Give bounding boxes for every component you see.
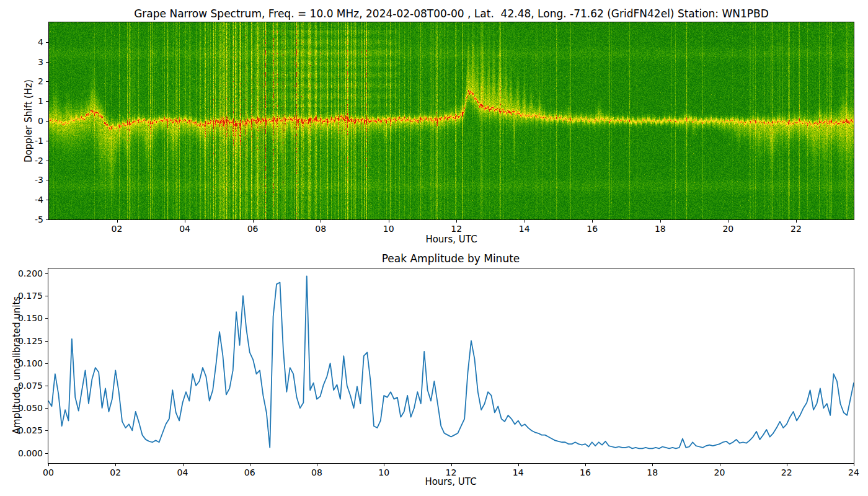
spectrogram-x-axis-label: Hours, UTC [425, 234, 477, 245]
amplitude-y-tick-mark [45, 453, 48, 454]
spectrogram-y-tick-mark [46, 62, 48, 63]
spectrogram-x-tick-mark [660, 220, 661, 223]
amplitude-y-tick-mark [45, 363, 48, 364]
amplitude-x-tick-label: 22 [781, 467, 792, 477]
spectrogram-x-tick-mark [253, 220, 254, 223]
spectrogram-x-tick-mark [389, 220, 389, 223]
amplitude-y-tick-label: 0.150 [18, 313, 43, 323]
spectrogram-x-tick-label: 12 [451, 224, 462, 234]
spectrogram-x-tick-label: 02 [112, 224, 123, 234]
amplitude-y-tick-label: 0.200 [18, 268, 43, 278]
amplitude-y-tick-mark [45, 386, 48, 386]
spectrogram-y-tick-mark [46, 121, 48, 122]
spectrogram-x-tick-label: 22 [790, 224, 802, 234]
amplitude-y-tick-mark [45, 318, 48, 319]
spectrogram-y-tick-label: 3 [38, 57, 43, 67]
amplitude-x-tick-mark [317, 464, 317, 466]
spectrogram-y-tick-mark [46, 180, 48, 180]
amplitude-x-tick-label: 20 [714, 467, 725, 477]
spectrogram-plot-area [48, 22, 854, 220]
amplitude-y-tick-mark [45, 408, 48, 409]
spectrogram-y-axis-label: Doppler Shift (Hz) [23, 79, 34, 162]
spectrogram-x-tick-label: 14 [519, 224, 530, 234]
amplitude-x-tick-label: 06 [244, 467, 255, 477]
amplitude-y-tick-label: 0.075 [18, 381, 43, 391]
spectrogram-canvas [49, 22, 854, 219]
amplitude-x-tick-label: 14 [513, 467, 524, 477]
spectrogram-x-tick-label: 04 [179, 224, 190, 234]
amplitude-x-tick-mark [451, 464, 452, 466]
spectrogram-y-tick-mark [46, 161, 48, 161]
amplitude-x-tick-mark [720, 464, 720, 466]
spectrogram-y-tick-mark [46, 101, 48, 102]
amplitude-x-tick-mark [854, 464, 854, 466]
amplitude-x-tick-mark [183, 464, 184, 466]
spectrogram-y-tick-mark [46, 141, 48, 141]
amplitude-y-tick-label: 0.125 [18, 336, 43, 346]
amplitude-x-tick-mark [48, 464, 49, 466]
amplitude-line-canvas [48, 268, 854, 463]
spectrogram-y-tick-mark [46, 200, 48, 200]
spectrogram-x-tick-mark [525, 220, 525, 223]
spectrogram-y-tick-label: -4 [35, 195, 43, 205]
amplitude-y-tick-label: 0.100 [18, 358, 43, 368]
spectrogram-x-tick-mark [728, 220, 728, 223]
amplitude-x-tick-mark [652, 464, 653, 466]
spectrogram-x-tick-mark [592, 220, 593, 223]
amplitude-y-tick-mark [45, 341, 48, 342]
spectrogram-x-tick-mark [796, 220, 797, 223]
spectrogram-x-tick-mark [456, 220, 457, 223]
amplitude-y-tick-mark [45, 296, 48, 296]
spectrogram-y-tick-label: -5 [35, 215, 43, 224]
spectrogram-x-tick-label: 06 [247, 224, 259, 234]
amplitude-x-tick-label: 10 [378, 467, 389, 477]
amplitude-x-tick-label: 16 [580, 467, 591, 477]
amplitude-x-tick-label: 12 [446, 467, 457, 477]
spectrogram-x-tick-mark [117, 220, 118, 223]
amplitude-x-axis-label: Hours, UTC [425, 476, 476, 487]
amplitude-x-tick-label: 24 [848, 467, 859, 477]
spectrogram-x-tick-mark [185, 220, 185, 223]
spectrogram-x-tick-label: 10 [383, 224, 394, 234]
amplitude-y-tick-label: 0.025 [18, 425, 43, 435]
amplitude-x-tick-mark [250, 464, 250, 466]
spectrogram-x-tick-label: 18 [655, 224, 666, 234]
amplitude-x-tick-mark [585, 464, 586, 466]
amplitude-y-tick-label: 0.050 [18, 403, 43, 413]
spectrogram-y-tick-mark [46, 81, 48, 82]
amplitude-y-tick-label: 0.175 [18, 291, 43, 301]
spectrogram-x-tick-mark [321, 220, 321, 223]
amplitude-x-tick-label: 02 [110, 467, 121, 477]
spectrogram-y-tick-label: 1 [38, 96, 43, 106]
spectrogram-y-tick-label: 4 [38, 37, 43, 47]
spectrogram-x-tick-label: 20 [722, 224, 733, 234]
amplitude-y-tick-mark [45, 430, 48, 431]
spectrogram-x-tick-label: 16 [587, 224, 598, 234]
spectrogram-y-tick-label: -1 [35, 136, 43, 146]
amplitude-x-tick-mark [115, 464, 116, 466]
spectrogram-y-tick-mark [46, 42, 48, 43]
amplitude-x-tick-mark [518, 464, 519, 466]
spectrogram-y-tick-label: 0 [38, 116, 43, 126]
amplitude-x-tick-label: 00 [43, 467, 54, 477]
spectrogram-x-tick-label: 08 [315, 224, 326, 234]
spectrogram-y-tick-label: -3 [35, 175, 43, 185]
amplitude-x-tick-mark [384, 464, 384, 466]
spectrogram-title: Grape Narrow Spectrum, Freq. = 10.0 MHz,… [134, 7, 769, 20]
amplitude-x-tick-mark [787, 464, 787, 466]
amplitude-x-tick-label: 08 [311, 467, 322, 477]
amplitude-x-tick-label: 18 [647, 467, 658, 477]
figure: Grape Narrow Spectrum, Freq. = 10.0 MHz,… [0, 0, 868, 496]
amplitude-y-tick-label: 0.000 [18, 448, 43, 458]
amplitude-chart-title: Peak Amplitude by Minute [382, 252, 520, 265]
spectrogram-y-tick-label: -2 [35, 156, 43, 166]
spectrogram-y-tick-mark [46, 219, 48, 220]
amplitude-y-tick-mark [45, 273, 48, 274]
amplitude-x-tick-label: 04 [177, 467, 188, 477]
spectrogram-y-tick-label: 2 [38, 76, 43, 86]
amplitude-plot-area [48, 268, 854, 464]
